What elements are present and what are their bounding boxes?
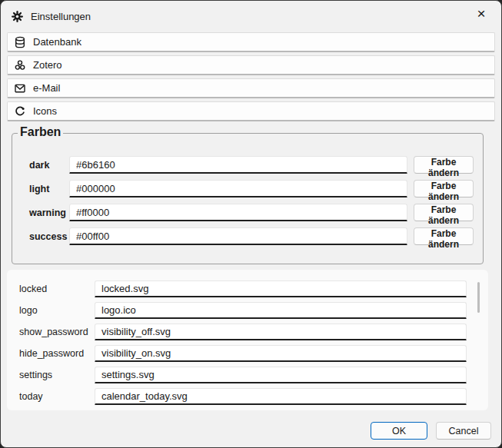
section-label: Icons (33, 105, 57, 117)
icon-row: hide_password (19, 343, 467, 364)
icon-name-label: show_password (19, 327, 95, 337)
database-icon (14, 36, 26, 48)
ok-button[interactable]: OK (371, 422, 427, 440)
colors-group-title: Farben (18, 125, 63, 139)
icon-file-input[interactable] (95, 280, 467, 297)
window-title: Einstellungen (31, 11, 91, 22)
title-bar: Einstellungen × (1, 1, 501, 32)
color-name-label: dark (29, 160, 69, 171)
change-color-button[interactable]: Farbe ändern (414, 156, 474, 174)
cancel-button[interactable]: Cancel (436, 422, 491, 440)
icon-file-input[interactable] (95, 302, 467, 319)
color-rows: dark Farbe ändern light Farbe ändern war… (29, 156, 474, 245)
icon-row: settings (19, 364, 467, 386)
section-header-zotero[interactable]: Zotero (7, 55, 495, 75)
section-header-icons[interactable]: Icons (7, 101, 495, 121)
dialog-footer: OK Cancel (371, 422, 491, 440)
color-row: light Farbe ändern (29, 180, 474, 197)
settings-sections: Datenbank Zotero e-Mail (1, 32, 501, 121)
change-color-button[interactable]: Farbe ändern (414, 180, 474, 197)
section-label: Zotero (33, 59, 62, 71)
icon-name-label: logo (19, 305, 95, 316)
icon-file-input[interactable] (95, 367, 467, 383)
color-value-input[interactable] (69, 180, 407, 197)
section-header-email[interactable]: e-Mail (7, 78, 495, 98)
icon-row: show_password (19, 321, 467, 343)
mail-icon (14, 82, 26, 95)
close-button[interactable]: × (466, 2, 497, 25)
icon-rows: locked logo show_password hide_password … (19, 278, 467, 407)
settings-dialog: Einstellungen × Datenbank Zot (0, 0, 502, 448)
section-label: Datenbank (33, 36, 81, 48)
color-name-label: light (29, 184, 69, 194)
change-color-button[interactable]: Farbe ändern (414, 204, 474, 221)
change-color-button[interactable]: Farbe ändern (414, 227, 474, 245)
color-row: success Farbe ändern (29, 227, 474, 245)
colors-groupbox: Farben dark Farbe ändern light Farbe änd… (12, 133, 484, 264)
section-label: e-Mail (33, 82, 60, 94)
icon-file-input[interactable] (95, 388, 467, 405)
icon-name-label: hide_password (19, 348, 95, 359)
gear-icon (12, 11, 23, 22)
icon-row: locked (19, 278, 467, 300)
icons-list-panel: locked logo show_password hide_password … (7, 270, 488, 410)
color-name-label: warning (29, 207, 69, 218)
icon-file-input[interactable] (95, 324, 467, 340)
icon-row: logo (19, 300, 467, 321)
section-header-datenbank[interactable]: Datenbank (7, 32, 495, 52)
color-value-input[interactable] (69, 156, 407, 174)
sync-icon (14, 105, 26, 118)
color-value-input[interactable] (69, 204, 407, 221)
zotero-icon (14, 59, 26, 71)
icon-row: today (19, 386, 467, 407)
icon-name-label: today (19, 391, 95, 402)
icon-file-input[interactable] (95, 345, 467, 362)
vertical-scrollbar[interactable] (477, 282, 480, 313)
icon-name-label: settings (19, 370, 95, 380)
color-name-label: success (29, 231, 69, 242)
color-value-input[interactable] (69, 227, 407, 245)
color-row: warning Farbe ändern (29, 204, 474, 221)
icon-name-label: locked (19, 284, 95, 294)
color-row: dark Farbe ändern (29, 156, 474, 174)
